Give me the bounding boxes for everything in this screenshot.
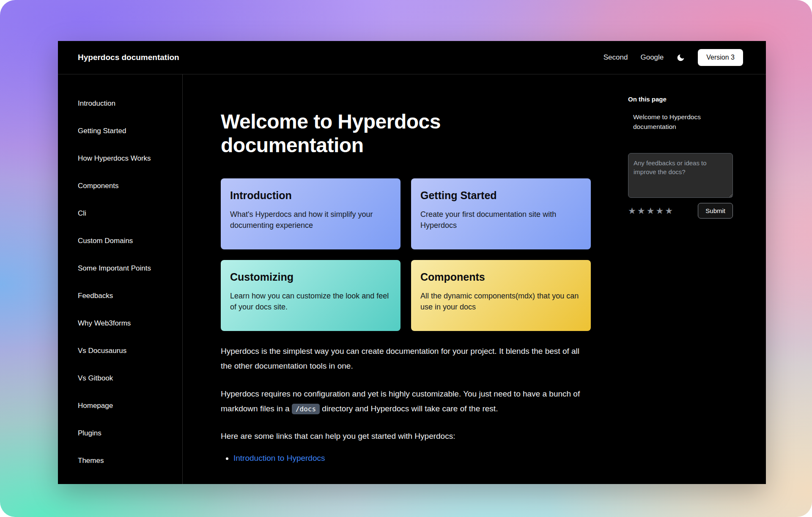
card-introduction[interactable]: Introduction What's Hyperdocs and how it…	[221, 178, 401, 249]
feedback-textarea[interactable]	[628, 153, 733, 198]
submit-button[interactable]: Submit	[698, 203, 733, 219]
star-icon[interactable]: ★	[647, 206, 655, 215]
nav-link-google[interactable]: Google	[640, 53, 664, 62]
right-rail: On this page Welcome to Hyperdocs docume…	[628, 74, 766, 484]
card-title: Introduction	[230, 189, 391, 202]
site-title: Hyperdocs documentation	[78, 53, 179, 62]
sidebar-item-themes[interactable]: Themes	[58, 447, 182, 474]
helpful-links-list: Introduction to Hyperdocs	[221, 451, 591, 465]
star-icon[interactable]: ★	[637, 206, 645, 215]
nav-link-second[interactable]: Second	[604, 53, 628, 62]
card-customizing[interactable]: Customizing Learn how you can customize …	[221, 260, 401, 331]
card-title: Getting Started	[420, 189, 582, 202]
link-introduction-to-hyperdocs[interactable]: Introduction to Hyperdocs	[233, 454, 325, 462]
sidebar-nav: Introduction Getting Started How Hyperdo…	[58, 74, 183, 484]
list-item: Introduction to Hyperdocs	[233, 451, 591, 465]
sidebar-item-vs-gitbook[interactable]: Vs Gitbook	[58, 364, 182, 392]
paragraph-overview: Hyperdocs is the simplest way you can cr…	[221, 344, 591, 373]
page-title: Welcome to Hyperdocs documentation	[221, 110, 508, 157]
navbar-right: Second Google Version 3	[604, 49, 743, 66]
sidebar-item-components[interactable]: Components	[58, 172, 182, 200]
star-icon[interactable]: ★	[665, 206, 673, 215]
sidebar-item-feedbacks[interactable]: Feedbacks	[58, 282, 182, 309]
star-icon[interactable]: ★	[656, 206, 664, 215]
sidebar-item-plugins[interactable]: Plugins	[58, 419, 182, 447]
sidebar-item-how-hyperdocs-works[interactable]: How Hyperdocs Works	[58, 145, 182, 172]
dark-mode-toggle[interactable]	[676, 53, 685, 62]
paragraph-configuration: Hyperdocs requires no configuration and …	[221, 386, 591, 416]
card-description: Create your first documentation site wit…	[420, 209, 582, 231]
feature-cards-grid: Introduction What's Hyperdocs and how it…	[221, 178, 591, 331]
card-title: Customizing	[230, 271, 391, 283]
card-description: Learn how you can customize the look and…	[230, 290, 391, 312]
feedback-actions: ★ ★ ★ ★ ★ Submit	[628, 203, 733, 219]
star-icon[interactable]: ★	[628, 206, 636, 215]
sidebar-item-homepage[interactable]: Homepage	[58, 392, 182, 419]
paragraph-links-intro: Here are some links that can help you ge…	[221, 429, 591, 443]
main-content: Welcome to Hyperdocs documentation Intro…	[183, 74, 628, 484]
sidebar-item-why-web3forms[interactable]: Why Web3forms	[58, 309, 182, 337]
paragraph-text: directory and Hyperdocs will take care o…	[320, 404, 498, 413]
card-description: All the dynamic components(mdx) that you…	[420, 290, 582, 312]
card-title: Components	[420, 271, 582, 283]
card-description: What's Hyperdocs and how it simplify you…	[230, 209, 391, 231]
star-rating[interactable]: ★ ★ ★ ★ ★	[628, 206, 673, 215]
intro-prose: Hyperdocs is the simplest way you can cr…	[221, 344, 591, 465]
sidebar-item-getting-started[interactable]: Getting Started	[58, 117, 182, 145]
docs-app-window: Hyperdocs documentation Second Google Ve…	[58, 41, 766, 484]
on-this-page-heading: On this page	[628, 96, 733, 103]
sidebar-item-some-important-points[interactable]: Some Important Points	[58, 254, 182, 282]
sidebar-item-custom-domains[interactable]: Custom Domains	[58, 227, 182, 254]
docs-dir-code: /docs	[292, 404, 320, 414]
moon-icon	[676, 53, 685, 62]
card-getting-started[interactable]: Getting Started Create your first docume…	[411, 178, 591, 249]
card-components[interactable]: Components All the dynamic components(md…	[411, 260, 591, 331]
sidebar-item-introduction[interactable]: Introduction	[58, 90, 182, 117]
sidebar-item-vs-docusaurus[interactable]: Vs Docusaurus	[58, 337, 182, 364]
sidebar-item-cli[interactable]: Cli	[58, 200, 182, 227]
toc-item-welcome[interactable]: Welcome to Hyperdocs documentation	[633, 112, 713, 132]
top-navbar: Hyperdocs documentation Second Google Ve…	[58, 41, 766, 74]
body-row: Introduction Getting Started How Hyperdo…	[58, 74, 766, 484]
version-button[interactable]: Version 3	[698, 49, 743, 66]
